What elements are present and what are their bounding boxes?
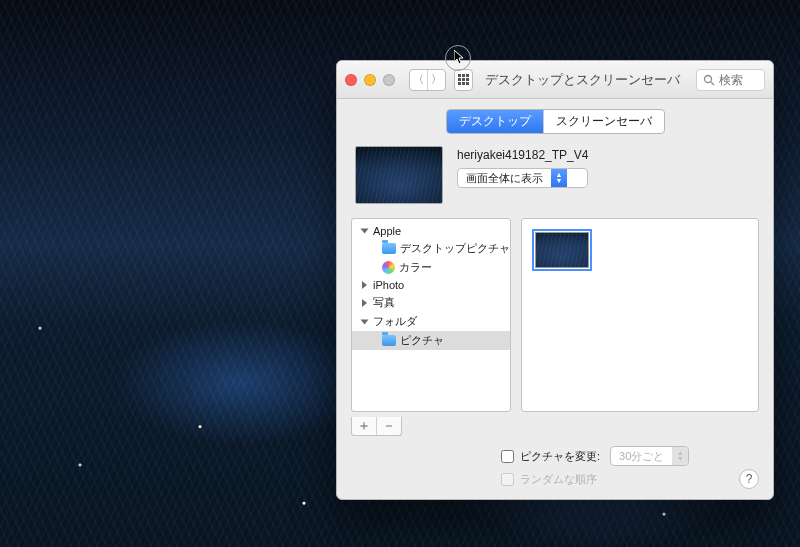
add-remove-group: ＋ － <box>351 417 402 436</box>
source-group-apple[interactable]: Apple <box>352 223 510 239</box>
disclosure-triangle-icon <box>362 281 367 289</box>
source-item-desktop-pictures[interactable]: デスクトップピクチャ <box>352 239 510 258</box>
back-button[interactable]: 〈 <box>410 70 427 90</box>
disclosure-triangle-icon <box>361 319 369 324</box>
window-minimize-button[interactable] <box>364 74 376 86</box>
change-picture-checkbox[interactable] <box>501 450 514 463</box>
tabs: デスクトップ スクリーンセーバ <box>446 109 665 134</box>
tab-screensaver[interactable]: スクリーンセーバ <box>543 110 664 133</box>
preview-row: heriyakei419182_TP_V4 画面全体に表示 ▲▼ <box>337 142 773 218</box>
source-item-pictures[interactable]: ピクチャ <box>352 331 510 350</box>
options-row: ピクチャを変更: 30分ごと ▲▼ ランダムな順序 ? <box>337 436 773 499</box>
current-image-filename: heriyakei419182_TP_V4 <box>457 148 588 162</box>
source-list[interactable]: Apple デスクトップピクチャ カラー iPhoto 写真 フォルダ ピクチャ <box>351 218 511 412</box>
tab-desktop[interactable]: デスクトップ <box>447 110 543 133</box>
source-group-photos[interactable]: 写真 <box>352 293 510 312</box>
show-all-button[interactable] <box>455 70 472 90</box>
source-group-folders[interactable]: フォルダ <box>352 312 510 331</box>
main-split: Apple デスクトップピクチャ カラー iPhoto 写真 フォルダ ピクチャ <box>337 218 773 412</box>
random-order-label: ランダムな順序 <box>520 472 597 487</box>
random-order-checkbox <box>501 473 514 486</box>
traffic-lights <box>345 74 395 86</box>
search-icon <box>703 74 715 86</box>
search-field[interactable] <box>696 69 765 91</box>
svg-line-1 <box>711 82 714 85</box>
window-zoom-button[interactable] <box>383 74 395 86</box>
window-close-button[interactable] <box>345 74 357 86</box>
change-picture-checkbox-row[interactable]: ピクチャを変更: 30分ごと ▲▼ <box>501 446 689 466</box>
source-group-iphoto[interactable]: iPhoto <box>352 277 510 293</box>
disclosure-triangle-icon <box>361 229 369 234</box>
chevron-right-icon: 〉 <box>431 72 442 87</box>
prefs-window: 〈 〉 デスクトップとスクリーンセーバ デスクトップ スクリーンセーバ heri… <box>336 60 774 500</box>
folder-icon <box>382 335 396 346</box>
titlebar: 〈 〉 デスクトップとスクリーンセーバ <box>337 61 773 99</box>
nav-buttons: 〈 〉 <box>409 69 446 91</box>
disclosure-triangle-icon <box>362 299 367 307</box>
wallpaper-preview <box>355 146 443 204</box>
search-input[interactable] <box>719 73 758 87</box>
help-button[interactable]: ? <box>739 469 759 489</box>
tabs-row: デスクトップ スクリーンセーバ <box>337 99 773 142</box>
source-buttons-row: ＋ － <box>337 412 773 436</box>
svg-point-0 <box>704 75 711 82</box>
popup-arrows-icon: ▲▼ <box>672 447 688 465</box>
chevron-left-icon: 〈 <box>413 72 424 87</box>
change-interval-value: 30分ごと <box>611 449 672 464</box>
image-thumbnail[interactable] <box>532 229 592 271</box>
folder-icon <box>382 243 396 254</box>
fit-mode-popup[interactable]: 画面全体に表示 ▲▼ <box>457 168 588 188</box>
forward-button[interactable]: 〉 <box>427 70 445 90</box>
image-grid[interactable] <box>521 218 759 412</box>
random-order-checkbox-row: ランダムな順序 <box>501 472 689 487</box>
show-all-button-group <box>454 69 473 91</box>
fit-mode-value: 画面全体に表示 <box>458 171 551 186</box>
source-item-colors[interactable]: カラー <box>352 258 510 277</box>
change-picture-label: ピクチャを変更: <box>520 449 600 464</box>
change-interval-popup: 30分ごと ▲▼ <box>610 446 689 466</box>
popup-arrows-icon: ▲▼ <box>551 169 567 187</box>
grid-icon <box>458 74 469 85</box>
window-title: デスクトップとスクリーンセーバ <box>485 71 680 89</box>
colorwheel-icon <box>382 261 395 274</box>
remove-folder-button[interactable]: － <box>376 417 401 435</box>
add-folder-button[interactable]: ＋ <box>352 417 376 435</box>
